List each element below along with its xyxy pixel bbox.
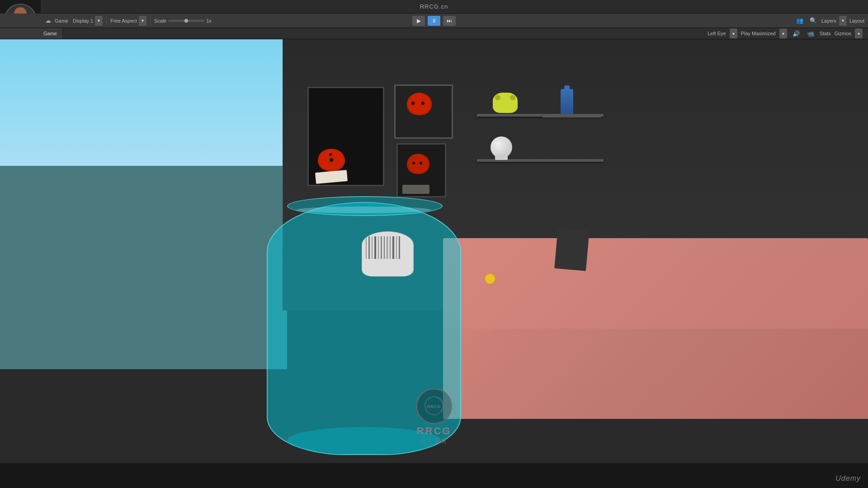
toolbar-left: ☁ Game Display 1 ▾ Free Aspect ▾ Scale 1… (0, 16, 794, 26)
divider-1 (106, 17, 107, 25)
blue-bottle (561, 89, 573, 114)
toolbar-right: 👥 🔍 Layers ▾ Layout (794, 16, 868, 26)
rrcg-text-sub: 人人素材 (420, 437, 448, 445)
bed-area (443, 238, 868, 419)
left-eye-label: Left Eye (708, 31, 726, 36)
play-button[interactable]: ▶ (412, 16, 425, 26)
layers-dropdown[interactable]: ▾ (839, 16, 847, 26)
frame-medium (394, 84, 453, 139)
rrcg-watermark: RRCG RRCG 人人素材 (416, 388, 452, 445)
stats-label: Stats (820, 31, 831, 36)
sky-area (0, 39, 285, 166)
frog-figurine (493, 93, 518, 113)
inner-object (362, 231, 414, 277)
tab-game[interactable]: Game (0, 28, 63, 39)
ladybug-art-large (318, 149, 345, 171)
dark-book (554, 228, 590, 271)
aspect-dropdown[interactable]: ▾ (139, 16, 146, 26)
display-dropdown[interactable]: ▾ (95, 16, 103, 26)
shelf-extension (542, 115, 601, 117)
frame-small (396, 143, 446, 197)
game-tab-label: Game (55, 18, 68, 23)
cloud-icon[interactable]: ☁ (43, 16, 53, 25)
tabs-row: Game Left Eye ▾ Play Maximized ▾ 🔊 📹 Sta… (0, 28, 868, 39)
top-bar: RRCG.cn (0, 0, 868, 14)
divider-2 (150, 17, 151, 25)
left-eye-dropdown[interactable]: ▾ (730, 28, 737, 38)
svg-text:RRCG: RRCG (427, 404, 441, 409)
udemy-badge: Udemy (835, 474, 861, 483)
play-maximized-label: Play Maximized (741, 31, 776, 36)
window-title: RRCG.cn (420, 3, 448, 10)
ladybug-art-small (407, 154, 429, 174)
game-view: RRCG RRCG 人人素材 Udemy (0, 39, 868, 488)
search-icon[interactable]: 🔍 (808, 16, 819, 25)
scale-slider-thumb (184, 19, 188, 23)
step-button[interactable]: ⏭ (443, 16, 456, 26)
toolbar-center: ▶ ⏸ ⏭ (412, 16, 456, 26)
rrcg-logo-inner: RRCG (423, 394, 445, 418)
scene-divider (283, 39, 283, 243)
play-maximized-dropdown[interactable]: ▾ (779, 28, 787, 38)
fan-decoration (402, 185, 429, 194)
gizmos-label: Gizmos (835, 31, 851, 36)
rrcg-text-main: RRCG (417, 425, 452, 437)
scale-value: 1x (206, 18, 212, 23)
gizmos-dropdown[interactable]: ▾ (855, 28, 863, 38)
orb-pedestal (495, 155, 508, 160)
pause-button[interactable]: ⏸ (428, 16, 440, 26)
scale-slider[interactable] (168, 20, 204, 22)
layout-label: Layout (849, 18, 864, 23)
rrcg-logo-circle: RRCG (416, 388, 452, 424)
aspect-label: Free Aspect (110, 18, 137, 23)
bottom-panel (0, 463, 868, 488)
cursor-dot (485, 274, 495, 284)
floor-area (0, 166, 287, 369)
display-label: Display 1 (73, 18, 93, 23)
layers-label: Layers (821, 18, 836, 23)
ladybug-art-medium (407, 93, 432, 115)
book (315, 170, 348, 184)
audio-icon[interactable]: 🔊 (791, 29, 802, 38)
video-icon[interactable]: 📹 (805, 29, 816, 38)
scale-label: Scale (154, 18, 167, 23)
frame-large (307, 87, 384, 186)
toolbar: ☁ Game Display 1 ▾ Free Aspect ▾ Scale 1… (0, 14, 868, 28)
collab-icon[interactable]: 👥 (794, 16, 805, 25)
tabs-right: Left Eye ▾ Play Maximized ▾ 🔊 📹 Stats Gi… (708, 28, 868, 38)
